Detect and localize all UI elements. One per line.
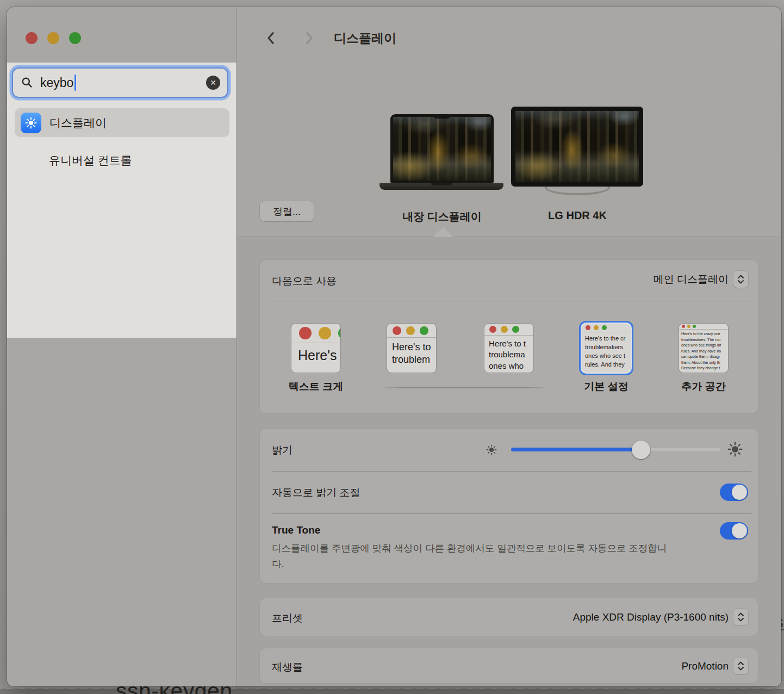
mini-window-text: Here's to troublem (387, 338, 436, 367)
mini-titlebar (484, 324, 533, 336)
brightness-card: 밝기 (260, 429, 758, 583)
minimize-button[interactable] (47, 32, 59, 44)
builtin-display-preview[interactable] (390, 114, 494, 183)
mini-window-text: Here's (291, 343, 340, 364)
toggle-knob (732, 485, 747, 500)
use-as-dropdown[interactable]: 메인 디스플레이 (654, 271, 748, 288)
laptop-base (379, 183, 503, 190)
auto-brightness-toggle[interactable] (720, 484, 748, 501)
refresh-rate-dropdown[interactable]: ProMotion (681, 658, 748, 674)
brightness-slider-thumb[interactable] (632, 441, 650, 459)
brightness-slider[interactable] (511, 448, 720, 451)
external-display-preview[interactable] (511, 107, 643, 187)
toggle-knob (732, 523, 747, 538)
search-input[interactable]: keybo ✕ (12, 67, 228, 98)
forward-button[interactable] (300, 29, 318, 47)
sidebar-item-label: 유니버설 컨트롤 (49, 153, 132, 168)
scale-option-larger-text[interactable]: Here's (291, 324, 340, 373)
close-button[interactable] (26, 32, 38, 44)
back-button[interactable] (262, 29, 281, 47)
true-tone-toggle[interactable] (720, 522, 748, 540)
stepper-icon (733, 609, 748, 625)
brightness-high-icon (726, 441, 744, 458)
arrange-button[interactable]: 정렬... (260, 201, 314, 221)
page-title: 디스플레이 (334, 30, 396, 47)
external-display-label: LG HDR 4K (548, 209, 607, 222)
clear-search-icon[interactable]: ✕ (206, 76, 220, 90)
search-icon (20, 76, 34, 90)
mini-window-text: Here's to the cr troublemakers. ones who… (582, 332, 631, 369)
brightness-label: 밝기 (272, 443, 293, 457)
scale-label-more-space: 추가 공간 (681, 380, 725, 394)
settings-body: 다음으로 사용 메인 디스플레이 Here's (237, 237, 781, 686)
use-as-label: 다음으로 사용 (272, 274, 337, 288)
wallpaper-thumbnail (515, 111, 639, 182)
system-settings-window: keybo ✕ 디스플레이 (7, 7, 781, 686)
sidebar-item-label: 디스플레이 (49, 115, 107, 131)
true-tone-label: True Tone (272, 524, 320, 536)
scale-label-default: 기본 설정 (584, 380, 628, 394)
stepper-icon (733, 658, 748, 674)
auto-brightness-label: 자동으로 밝기 조절 (272, 486, 360, 500)
scale-option-default[interactable]: Here's to the cr troublemakers. ones who… (582, 324, 631, 373)
card-divider (272, 471, 751, 472)
wallpaper-thumbnail (393, 117, 491, 181)
sidebar-item-display[interactable]: 디스플레이 (15, 108, 229, 137)
zoom-button[interactable] (69, 32, 81, 44)
mini-titlebar (387, 324, 436, 338)
preset-value: Apple XDR Display (P3-1600 nits) (573, 611, 729, 623)
sidebar: keybo ✕ 디스플레이 (7, 7, 237, 686)
preset-label: 프리셋 (272, 611, 303, 625)
scale-label-larger-text: 텍스트 크게 (289, 380, 343, 394)
stepper-icon (733, 271, 748, 288)
preset-card: 프리셋 Apple XDR Display (P3-1600 nits) (260, 598, 758, 636)
display-brightness-icon (21, 113, 41, 133)
screen: ssh-keygen s keybo ✕ (0, 0, 784, 694)
search-results-panel: keybo ✕ 디스플레이 (7, 63, 237, 338)
scale-connector-line (383, 387, 545, 388)
refresh-rate-label: 재생률 (272, 660, 303, 674)
chevron-left-icon (263, 30, 279, 46)
laptop-notch (434, 114, 450, 119)
chevron-right-icon (301, 30, 317, 46)
scale-option-more-space[interactable]: Here's to the crazy one troublemakers. T… (679, 324, 728, 373)
refresh-rate-value: ProMotion (681, 660, 729, 672)
mini-titlebar (679, 324, 728, 330)
content-pane: 디스플레이 내장 디스플레이 LG HDR 4K 정렬... 다음으로 사용 (237, 7, 781, 686)
selected-display-pointer (433, 227, 453, 237)
brightness-slider-fill (511, 448, 641, 451)
builtin-display-label: 내장 디스플레이 (402, 209, 482, 224)
card-divider (272, 301, 751, 301)
true-tone-description: 디스플레이를 주변광에 맞춰 색상이 다른 환경에서도 일관적으로 보이도록 자… (272, 541, 677, 572)
brightness-low-icon (485, 443, 498, 456)
display-mode-card: 다음으로 사용 메인 디스플레이 Here's (260, 260, 758, 413)
search-input-value: keybo (40, 76, 73, 90)
refresh-rate-card: 재생률 ProMotion (260, 648, 758, 683)
scale-option-3[interactable]: Here's to t troublema ones who (484, 324, 533, 373)
mini-window-text: Here's to the crazy one troublemakers. T… (679, 330, 728, 371)
mini-titlebar (582, 324, 631, 332)
preset-dropdown[interactable]: Apple XDR Display (P3-1600 nits) (573, 609, 748, 625)
sidebar-item-universal-control[interactable]: 유니버설 컨트롤 (49, 150, 132, 171)
use-as-value: 메인 디스플레이 (654, 272, 729, 287)
mini-titlebar (291, 324, 340, 343)
text-cursor (74, 75, 76, 91)
mini-window-text: Here's to t troublema ones who (484, 336, 533, 371)
scale-option-2[interactable]: Here's to troublem (387, 324, 436, 373)
card-divider (272, 513, 751, 514)
